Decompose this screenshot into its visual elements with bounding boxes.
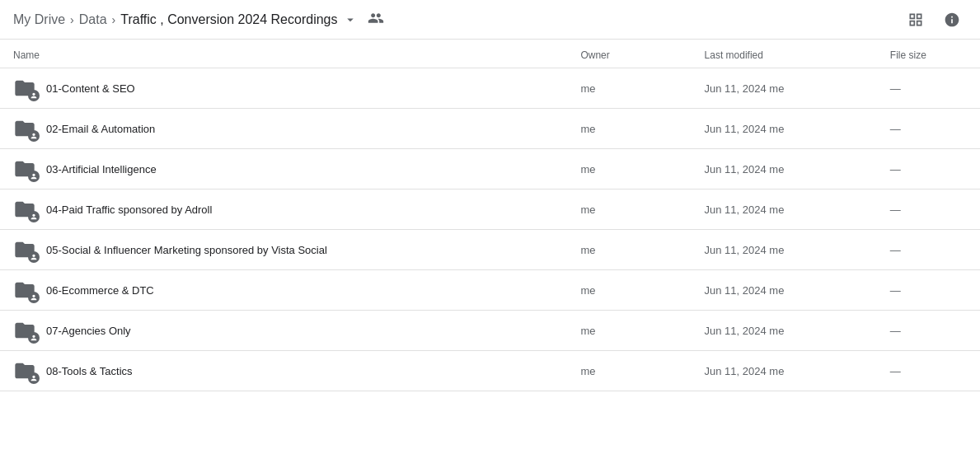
folder-icon (13, 198, 36, 221)
file-modified: Jun 11, 2024 me (692, 190, 877, 230)
file-name-label: 06-Ecommerce & DTC (46, 284, 154, 297)
person-icon (30, 293, 38, 302)
file-name-label: 02-Email & Automation (46, 123, 155, 135)
file-name-cell: 08-Tools & Tactics (0, 351, 567, 391)
file-owner: me (567, 311, 691, 351)
file-name-cell: 06-Ecommerce & DTC (0, 270, 567, 311)
person-icon (30, 334, 38, 342)
file-owner: me (567, 68, 691, 109)
shared-badge (28, 332, 40, 344)
file-modified: Jun 11, 2024 me (692, 149, 877, 190)
file-name-label: 08-Tools & Tactics (46, 365, 133, 377)
folder-icon (13, 77, 36, 100)
shared-badge (28, 90, 40, 101)
breadcrumb: My Drive › Data › Traffic , Conversion 2… (13, 10, 384, 30)
table-row[interactable]: 07-Agencies Only meJun 11, 2024 me— (0, 311, 980, 351)
file-size: — (877, 230, 980, 270)
table-row[interactable]: 04-Paid Traffic sponsored by Adroll meJu… (0, 190, 980, 230)
file-name-label: 04-Paid Traffic sponsored by Adroll (46, 204, 212, 216)
file-modified: Jun 11, 2024 me (692, 270, 877, 311)
folder-icon (13, 238, 36, 261)
breadcrumb-current[interactable]: Traffic , Conversion 2024 Recordings (120, 12, 337, 27)
file-modified: Jun 11, 2024 me (692, 230, 877, 270)
table-header-row: Name Owner Last modified File size (0, 40, 980, 68)
col-header-size[interactable]: File size (877, 40, 980, 68)
person-icon (30, 374, 38, 382)
file-name-cell: 07-Agencies Only (0, 311, 567, 351)
breadcrumb-my-drive[interactable]: My Drive (13, 12, 65, 27)
file-size: — (877, 149, 980, 190)
person-icon (30, 91, 38, 100)
folder-icon (13, 278, 36, 302)
person-icon (30, 253, 38, 261)
shared-badge (28, 130, 40, 142)
table-row[interactable]: 05-Social & Influencer Marketing sponsor… (0, 230, 980, 270)
col-header-name[interactable]: Name (0, 40, 567, 68)
table-row[interactable]: 01-Content & SEO meJun 11, 2024 me— (0, 68, 980, 109)
file-owner: me (567, 190, 691, 230)
file-size: — (877, 311, 980, 351)
file-owner: me (567, 351, 691, 391)
grid-view-button[interactable] (901, 5, 931, 35)
file-owner: me (567, 109, 691, 149)
info-button[interactable] (937, 5, 967, 35)
file-name-cell: 01-Content & SEO (0, 68, 567, 109)
file-modified: Jun 11, 2024 me (692, 351, 877, 391)
file-owner: me (567, 149, 691, 190)
file-size: — (877, 351, 980, 391)
file-name-cell: 04-Paid Traffic sponsored by Adroll (0, 190, 567, 230)
folder-icon (13, 319, 36, 342)
file-name-cell: 02-Email & Automation (0, 109, 567, 149)
person-icon (30, 132, 38, 140)
table-row[interactable]: 06-Ecommerce & DTC meJun 11, 2024 me— (0, 270, 980, 311)
file-size: — (877, 109, 980, 149)
col-header-owner[interactable]: Owner (567, 40, 691, 68)
col-header-modified[interactable]: Last modified (692, 40, 877, 68)
breadcrumb-data[interactable]: Data (79, 12, 107, 27)
file-name-label: 01-Content & SEO (46, 82, 135, 95)
shared-badge (28, 211, 40, 222)
shared-folder-icon[interactable] (368, 10, 384, 30)
table-row[interactable]: 03-Artificial Intelligence meJun 11, 202… (0, 149, 980, 190)
file-owner: me (567, 230, 691, 270)
folder-icon (13, 359, 36, 382)
breadcrumb-sep-1: › (70, 13, 74, 26)
file-table: Name Owner Last modified File size 01-Co… (0, 40, 980, 391)
shared-badge (28, 372, 40, 384)
person-icon (30, 213, 38, 221)
file-name-label: 07-Agencies Only (46, 325, 131, 337)
shared-badge (28, 292, 40, 303)
table-row[interactable]: 02-Email & Automation meJun 11, 2024 me— (0, 109, 980, 149)
file-name-cell: 03-Artificial Intelligence (0, 149, 567, 190)
file-size: — (877, 190, 980, 230)
table-row[interactable]: 08-Tools & Tactics meJun 11, 2024 me— (0, 351, 980, 391)
header-actions (901, 5, 967, 35)
shared-badge (28, 171, 40, 182)
file-modified: Jun 11, 2024 me (692, 109, 877, 149)
file-size: — (877, 270, 980, 311)
file-name-cell: 05-Social & Influencer Marketing sponsor… (0, 230, 567, 270)
folder-icon (13, 117, 36, 140)
file-size: — (877, 68, 980, 109)
file-name-label: 03-Artificial Intelligence (46, 163, 157, 176)
file-modified: Jun 11, 2024 me (692, 311, 877, 351)
file-modified: Jun 11, 2024 me (692, 68, 877, 109)
shared-badge (28, 251, 40, 263)
file-owner: me (567, 270, 691, 311)
person-icon (30, 172, 38, 180)
breadcrumb-dropdown-icon[interactable] (343, 12, 358, 27)
file-name-label: 05-Social & Influencer Marketing sponsor… (46, 244, 327, 256)
breadcrumb-sep-2: › (112, 13, 116, 26)
header: My Drive › Data › Traffic , Conversion 2… (0, 0, 980, 40)
folder-icon (13, 157, 36, 180)
